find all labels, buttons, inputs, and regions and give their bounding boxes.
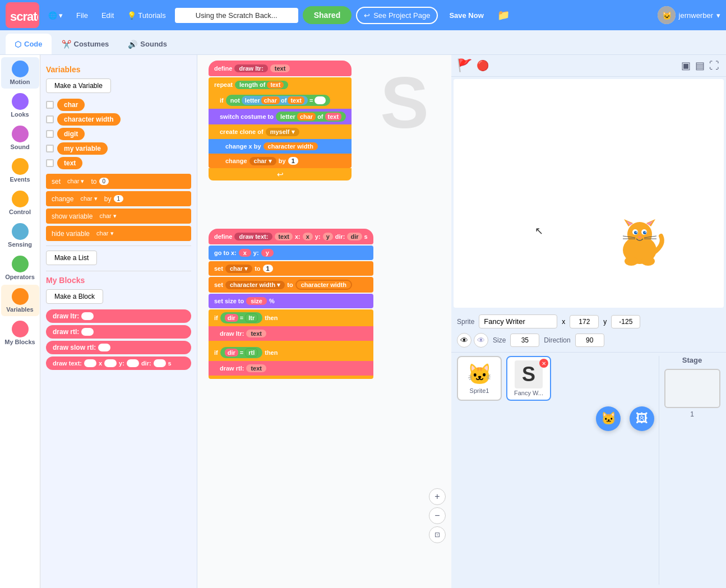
change-char-block2[interactable]: change char ▾ by 1 [209,154,352,168]
text-checkbox[interactable] [46,159,54,167]
add-sprite-btn[interactable]: 🐱 [596,406,621,431]
user-menu[interactable]: 🐱 jernwerber ▾ [658,6,720,24]
svg-point-12 [634,231,637,234]
set-char-block[interactable]: set char ▾ to 0 [46,174,191,189]
globe-icon: 🌐 [48,11,57,20]
if-dir-ltr-block[interactable]: if dir = ltr then [209,309,373,326]
if-not-block[interactable]: if not letter char of text = [209,92,352,109]
zoom-out-btn[interactable]: − [429,507,446,524]
sprite-name-input[interactable] [479,314,557,328]
x-coord-input[interactable] [570,315,599,328]
fancy-sprite-delete[interactable]: ✕ [539,359,548,368]
set-charwidth-block[interactable]: set character width ▾ to character width [209,277,373,293]
category-operators[interactable]: Operators [1,252,39,284]
char-block[interactable]: char [57,99,85,111]
tutorials-label: Tutorials [138,11,165,20]
create-clone-block[interactable]: create clone of myself ▾ [209,124,352,139]
draw-text-block[interactable]: draw text: x y: dir: s [46,356,191,370]
category-looks[interactable]: Looks [1,90,39,121]
file-menu[interactable]: File [72,9,93,22]
size-input[interactable] [510,334,539,347]
draw-text-oval3 [127,359,139,367]
operators-label: Operators [5,274,35,280]
direction-input[interactable] [575,334,604,347]
category-sensing[interactable]: Sensing [1,220,39,251]
category-variables[interactable]: Variables [1,285,39,316]
digit-checkbox[interactable] [46,130,54,138]
sprite-thumb-sprite1[interactable]: 🐱 Sprite1 [457,356,502,401]
set-to-value[interactable]: 0 [99,178,109,185]
define-draw-text-block[interactable]: define draw text: text x: x y: y dir: di… [209,229,373,244]
hide-sprite-btn[interactable]: 👁 [474,333,488,348]
draw-ltr-oval [81,312,94,320]
tutorials-btn[interactable]: 💡 Tutorials [123,9,170,22]
hide-variable-block[interactable]: hide variable char ▾ [46,226,191,241]
text-block[interactable]: text [57,157,82,169]
category-motion[interactable]: Motion [1,57,39,89]
change-by-value[interactable]: 1 [114,195,124,202]
change-char-var[interactable]: char ▾ [76,194,101,203]
draw-ltr-block[interactable]: draw ltr: [46,309,191,323]
draw-slow-rtl-block[interactable]: draw slow rtl: [46,341,191,354]
save-now-btn[interactable]: Save Now [442,8,490,23]
stage-thumb[interactable] [664,369,720,408]
change-by-label: by [104,195,112,203]
sensing-dot [12,223,29,240]
zoom-reset-btn[interactable]: ⊡ [429,526,446,543]
myvar-block[interactable]: my variable [57,142,108,155]
category-control[interactable]: Control [1,187,39,219]
make-list-btn[interactable]: Make a List [46,251,97,265]
show-variable-block[interactable]: show variable char ▾ [46,209,191,224]
stop-btn[interactable]: 🔴 [477,59,489,72]
shared-button[interactable]: Shared [303,6,352,24]
show-sprite-btn[interactable]: 👁 [457,333,471,348]
draw-rtl-inner-block[interactable]: draw rtl: text [209,361,373,376]
add-backdrop-btn[interactable]: 🖼 [630,406,654,431]
repeat-block[interactable]: repeat length of text [209,77,352,92]
charwidth-checkbox[interactable] [46,115,54,123]
code-canvas[interactable]: S define draw ltr: text repeat length of… [197,55,451,588]
block-group-1: define draw ltr: text repeat length of t… [209,61,352,180]
block-group-2: define draw text: text x: x y: y dir: di… [209,229,373,379]
myvar-checkbox[interactable] [46,145,54,152]
category-myblocks[interactable]: My Blocks [1,317,39,349]
switch-costume-block[interactable]: switch costume to letter char of text [209,109,352,124]
draw-rtl-block[interactable]: draw rtl: [46,325,191,339]
folder-icon[interactable]: 📁 [495,7,512,24]
draw-ltr-inner-block[interactable]: draw ltr: text [209,326,373,341]
tab-sounds[interactable]: 🔊 Sounds [119,34,176,54]
zoom-in-btn[interactable]: + [429,488,446,505]
sprite-thumb-fancy[interactable]: ✕ S Fancy W... [506,356,551,401]
define-draw-ltr-block[interactable]: define draw ltr: text [209,61,352,76]
digit-block[interactable]: digit [57,128,85,140]
see-project-btn[interactable]: ↩ See Project Page [356,7,438,24]
change-char-block[interactable]: change char ▾ by 1 [46,191,191,206]
myblocks-dot [12,321,29,337]
category-sound[interactable]: Sound [1,122,39,154]
charwidth-block[interactable]: character width [57,113,121,126]
make-variable-btn[interactable]: Make a Variable [46,78,111,93]
set-size-block[interactable]: set size to size % [209,294,373,308]
tab-costumes[interactable]: ✂️ Costumes [53,34,118,54]
hide-var-name[interactable]: char ▾ [92,229,118,238]
change-x-block[interactable]: change x by character width [209,139,352,154]
make-block-btn[interactable]: Make a Block [46,289,103,304]
show-var-name[interactable]: char ▾ [95,211,121,221]
scratch-logo[interactable]: scratch [6,2,39,28]
variables-title: Variables [46,65,191,74]
if-dir-rtl-block[interactable]: if dir = rtl then [209,344,373,361]
fullscreen-btn[interactable]: ⛶ [708,58,720,73]
category-events[interactable]: Events [1,155,39,186]
green-flag-btn[interactable]: 🚩 [457,58,472,73]
set-char-var[interactable]: char ▾ [63,177,89,186]
char-checkbox[interactable] [46,101,54,109]
set-char-to-1-block[interactable]: set char ▾ to 1 [209,261,373,276]
edit-menu[interactable]: Edit [97,9,118,22]
tab-code[interactable]: ⬡ Code [6,34,52,54]
nav-globe[interactable]: 🌐 ▾ [44,9,67,22]
y-coord-input[interactable] [611,315,640,328]
project-name-input[interactable] [175,8,298,23]
go-to-xy-block[interactable]: go to x: x y: y [209,246,373,260]
large-stage-btn[interactable]: ▤ [694,58,706,73]
small-stage-btn[interactable]: ▣ [680,58,692,73]
